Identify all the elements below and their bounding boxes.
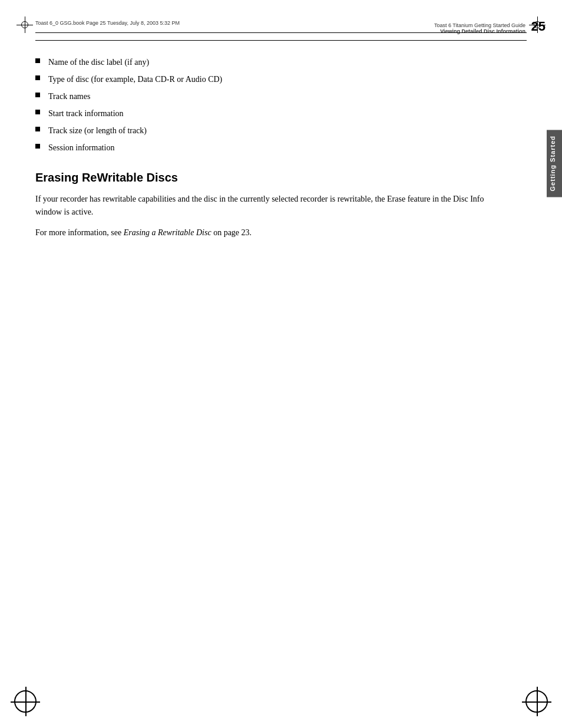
bullet-icon [35, 58, 40, 63]
list-item: Name of the disc label (if any) [35, 56, 509, 68]
list-item-text: Start track information [48, 107, 124, 120]
file-info: Toast 6_0 GSG.book Page 25 Tuesday, July… [35, 20, 180, 26]
list-item: Start track information [35, 107, 509, 120]
bullet-icon [35, 93, 40, 97]
list-item-text: Session information [48, 141, 114, 154]
page-header-subtitle: Viewing Detailed Disc Information [434, 28, 525, 34]
list-item: Track size (or length of track) [35, 124, 509, 137]
list-item-text: Track size (or length of track) [48, 124, 147, 137]
corner-crosshair-bl [11, 687, 40, 716]
corner-crosshair-tl [16, 17, 33, 33]
body-paragraph-1: If your recorder has rewritable capabili… [35, 193, 509, 219]
bullet-icon [35, 75, 40, 80]
side-tab: Getting Started [547, 130, 562, 197]
list-item-text: Track names [48, 90, 90, 103]
bullet-icon [35, 127, 40, 131]
corner-crosshair-br [522, 687, 551, 716]
bullet-icon [35, 110, 40, 114]
list-item: Track names [35, 90, 509, 103]
header-rule [35, 40, 527, 41]
body-paragraph-2: For more information, see Erasing a Rewr… [35, 226, 509, 239]
page-header-title: Toast 6 Titanium Getting Started Guide [434, 22, 525, 28]
paragraph2-prefix: For more information, see [35, 228, 124, 237]
list-item-text: Name of the disc label (if any) [48, 56, 149, 68]
page-number: 25 [531, 19, 546, 34]
list-item-text: Type of disc (for example, Data CD-R or … [48, 73, 222, 85]
paragraph2-link: Erasing a Rewritable Disc [124, 228, 211, 237]
section-heading: Erasing ReWritable Discs [35, 168, 509, 187]
bullet-list: Name of the disc label (if any) Type of … [35, 56, 509, 154]
main-content: Name of the disc label (if any) Type of … [35, 50, 509, 246]
list-item: Session information [35, 141, 509, 154]
paragraph2-suffix: on page 23. [211, 228, 252, 237]
list-item: Type of disc (for example, Data CD-R or … [35, 73, 509, 85]
bullet-icon [35, 144, 40, 149]
header-top-rule [35, 32, 527, 33]
